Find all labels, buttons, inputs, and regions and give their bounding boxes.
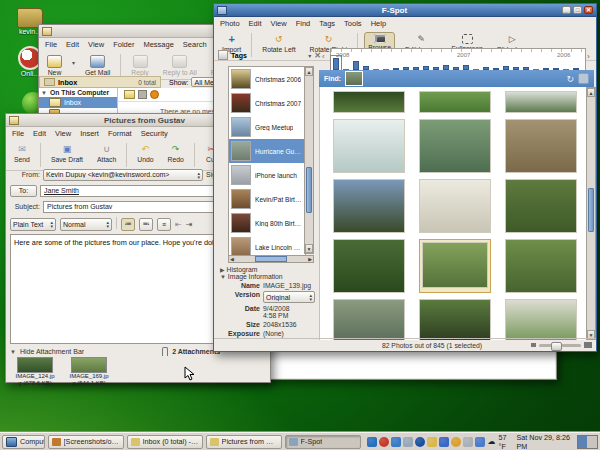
numbered-list-button[interactable]: ≕ [139, 218, 153, 231]
computer-menu-button[interactable]: Computer [2, 435, 45, 449]
tree-root-row[interactable]: ▼ On This Computer [39, 88, 117, 97]
scroll-up-icon[interactable]: ▲ [305, 67, 313, 76]
menu-security[interactable]: Security [141, 129, 168, 138]
chevron-down-icon[interactable]: ▾ [308, 52, 311, 59]
to-button[interactable]: To: [10, 185, 37, 197]
menu-message[interactable]: Message [143, 40, 173, 49]
tray-icon-5[interactable] [427, 437, 437, 447]
image-info-section[interactable]: ▼ Image Information [220, 273, 320, 280]
photo-thumbnail[interactable] [419, 91, 491, 113]
menu-tags[interactable]: Tags [319, 19, 335, 28]
photo-thumbnail[interactable] [333, 91, 405, 113]
minimize-button[interactable]: _ [562, 6, 571, 14]
menu-find[interactable]: Find [296, 19, 311, 28]
tray-icon-1[interactable] [379, 437, 389, 447]
subject-input[interactable]: Pictures from Gustav [43, 201, 224, 213]
tree-item-inbox[interactable]: Inbox [39, 97, 117, 108]
photo-thumbnail[interactable] [333, 179, 405, 233]
tag-item-greg-meetup[interactable]: Greg Meetup [229, 115, 305, 139]
indent-icon[interactable]: ⇥ [186, 220, 193, 229]
zoom-slider[interactable] [539, 344, 581, 347]
histogram-section[interactable]: ▶ Histogram [220, 266, 320, 273]
collapse-icon[interactable]: ▼ [10, 349, 16, 355]
tag-item-king-80th-birthday[interactable]: King 80th Birthday [229, 211, 305, 235]
tag-item-iphone-launch[interactable]: iPhone launch [229, 163, 305, 187]
scroll-down-icon[interactable]: ▼ [305, 244, 313, 253]
attachment-item[interactable]: IMAGE_124.jpg (678.6 KB) [12, 357, 58, 382]
workspace-2[interactable] [587, 436, 597, 448]
unindent-icon[interactable]: ⇤ [175, 220, 182, 229]
toolbar-button-get-mail[interactable]: Get Mail [81, 53, 114, 78]
close-sidebar-icon[interactable]: ✕ [314, 51, 321, 60]
format-mode-dropdown[interactable]: Plain Text▴▾ [10, 218, 56, 231]
menu-view[interactable]: View [271, 19, 287, 28]
menu-help[interactable]: Help [371, 19, 386, 28]
tray-icon-6[interactable] [439, 437, 449, 447]
taskbar-task-inbox-0-total-evolut[interactable]: Inbox (0 total) - Evolut... [127, 435, 203, 449]
tag-item-christmas-2006[interactable]: Christmas 2006 [229, 67, 305, 91]
tray-icon-3[interactable] [403, 437, 413, 447]
attachment-column-icon[interactable] [138, 90, 147, 99]
zoom-out-icon[interactable] [531, 343, 536, 347]
from-dropdown[interactable]: Kevin Dupuy <kevin@kevinsword.com> ▴▾ [43, 169, 203, 181]
photo-thumbnail[interactable] [419, 179, 491, 233]
toolbar-button-redo[interactable]: ↷Redo [164, 142, 188, 165]
toolbar-button-save-draft[interactable]: ▣Save Draft [47, 142, 87, 165]
version-dropdown[interactable]: Original▴▾ [263, 291, 315, 303]
menu-insert[interactable]: Insert [80, 129, 99, 138]
selected-photo-thumbnail[interactable] [419, 239, 491, 293]
timeline-right-arrow[interactable]: › [587, 52, 590, 61]
menu-view[interactable]: View [55, 129, 71, 138]
grid-scrollbar[interactable]: ▲ ▼ [586, 87, 596, 340]
align-button[interactable]: ≡ [157, 218, 171, 231]
tray-icon-9[interactable] [475, 437, 485, 447]
toolbar-button-undo[interactable]: ↶Undo [133, 142, 157, 165]
toolbar-button-new[interactable]: New [43, 53, 66, 78]
photo-thumbnail[interactable] [505, 179, 577, 233]
menu-file[interactable]: File [45, 40, 57, 49]
taskbar-task-f-spot[interactable]: F-Spot [285, 435, 361, 449]
zoom-in-icon[interactable] [584, 342, 592, 348]
menu-edit[interactable]: Edit [66, 40, 79, 49]
paragraph-style-dropdown[interactable]: Normal▴▾ [60, 218, 112, 231]
to-input[interactable]: Jane Smith [40, 185, 224, 197]
menu-format[interactable]: Format [108, 129, 132, 138]
tag-item-hurricane-gustav[interactable]: Hurricane Gustav [229, 139, 305, 163]
maximize-button[interactable]: □ [573, 6, 582, 14]
tray-icon-7[interactable] [451, 437, 461, 447]
menu-edit[interactable]: Edit [33, 129, 46, 138]
photo-thumbnail[interactable] [333, 239, 405, 293]
tray-icon-4[interactable] [415, 437, 425, 447]
find-clear-icon[interactable] [578, 73, 589, 84]
attachment-bar-toggle[interactable]: Hide Attachment Bar [20, 348, 84, 355]
workspace-switcher[interactable] [577, 435, 598, 449]
photo-thumbnail[interactable] [419, 119, 491, 173]
find-refresh-icon[interactable]: ↻ [566, 74, 574, 84]
toolbar-button-send[interactable]: ✉Send [10, 142, 34, 165]
menu-edit[interactable]: Edit [249, 19, 262, 28]
tray-icon-2[interactable] [391, 437, 401, 447]
toolbar-button-attach[interactable]: ∪Attach [93, 142, 120, 165]
menu-file[interactable]: File [12, 129, 24, 138]
menu-photo[interactable]: Photo [220, 19, 240, 28]
important-column-icon[interactable] [150, 90, 159, 99]
timeline[interactable]: 200820072006 [330, 48, 586, 72]
tag-item-kevin-pat-birthday[interactable]: Kevin/Pat Birthday [229, 187, 305, 211]
chevron-down-icon[interactable]: ▾ [72, 59, 75, 66]
tags-scrollbar[interactable]: ▲ ▼ [304, 66, 314, 254]
timeline-bar[interactable] [353, 61, 359, 70]
fspot-titlebar[interactable]: F-Spot _ □ ✕ [214, 4, 596, 17]
timeline-left-arrow[interactable]: ‹ [322, 52, 325, 61]
menu-search[interactable]: Search [183, 40, 207, 49]
tag-item-christmas-2007[interactable]: Christmas 2007 [229, 91, 305, 115]
tags-hscrollbar[interactable]: ◀▶ [228, 255, 314, 263]
photo-thumbnail[interactable] [505, 239, 577, 293]
menu-tools[interactable]: Tools [344, 19, 362, 28]
photo-thumbnail[interactable] [419, 299, 491, 340]
scroll-up-icon[interactable]: ▲ [587, 88, 595, 97]
menu-view[interactable]: View [88, 40, 104, 49]
photo-thumbnail[interactable] [505, 119, 577, 173]
close-button[interactable]: ✕ [584, 6, 593, 14]
mail-column-icon[interactable] [124, 90, 135, 99]
bullet-list-button[interactable]: ≔ [121, 218, 135, 231]
